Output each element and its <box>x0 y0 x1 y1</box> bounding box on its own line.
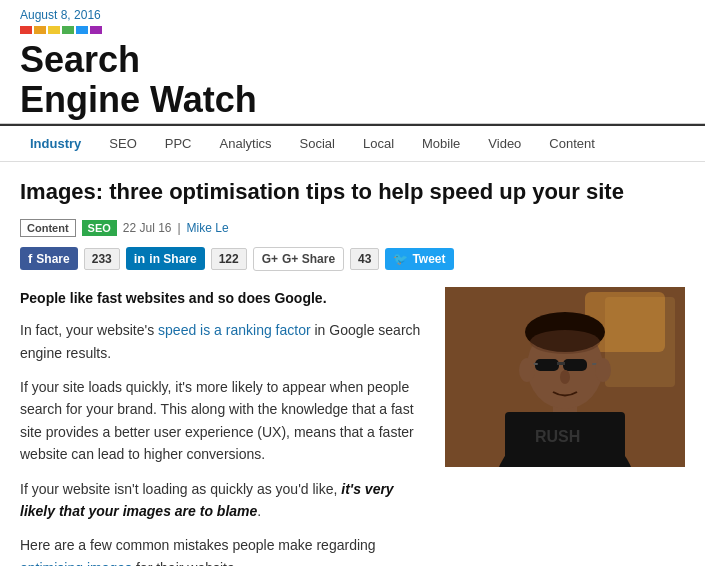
gplus-count: 43 <box>350 248 379 270</box>
article-image: RUSH <box>445 287 685 566</box>
article-author[interactable]: Mike Le <box>187 221 229 235</box>
article-para3: If your website isn't loading as quickly… <box>20 478 429 523</box>
article-meta: Content SEO 22 Jul 16 | Mike Le <box>20 219 685 237</box>
gplus-icon: G+ <box>262 252 278 266</box>
article-body: People like fast websites and so does Go… <box>20 287 685 566</box>
color-block-6 <box>90 26 102 34</box>
nav-item-local[interactable]: Local <box>349 126 408 161</box>
para1-link[interactable]: speed is a ranking factor <box>158 322 311 338</box>
article-para4: Here are a few common mistakes people ma… <box>20 534 429 566</box>
article-text: People like fast websites and so does Go… <box>20 287 429 566</box>
para1-pre: In fact, your website's <box>20 322 158 338</box>
nav-item-content[interactable]: Content <box>535 126 609 161</box>
nav-item-mobile[interactable]: Mobile <box>408 126 474 161</box>
para4-post: for their website. <box>132 560 239 566</box>
twitter-icon: 🐦 <box>393 252 408 266</box>
facebook-share-label: Share <box>36 252 69 266</box>
nav-item-industry[interactable]: Industry <box>16 126 95 161</box>
nav-item-analytics[interactable]: Analytics <box>206 126 286 161</box>
svg-point-17 <box>519 358 535 382</box>
svg-rect-10 <box>563 359 587 371</box>
nav-item-seo[interactable]: SEO <box>95 126 150 161</box>
color-block-2 <box>34 26 46 34</box>
svg-rect-9 <box>535 359 559 371</box>
nav-item-social[interactable]: Social <box>286 126 349 161</box>
article-para2: If your site loads quickly, it's more li… <box>20 376 429 466</box>
twitter-share-label: Tweet <box>412 252 445 266</box>
para3-post: . <box>257 503 261 519</box>
para4-link[interactable]: optimising images <box>20 560 132 566</box>
svg-point-14 <box>560 370 570 384</box>
article-para1: In fact, your website's speed is a ranki… <box>20 319 429 364</box>
nav-item-video[interactable]: Video <box>474 126 535 161</box>
facebook-count: 233 <box>84 248 120 270</box>
article-photo-svg: RUSH <box>445 287 685 467</box>
site-title: Search Engine Watch <box>20 40 685 119</box>
gplus-share-label: G+ Share <box>282 252 335 266</box>
para3-pre: If your website isn't loading as quickly… <box>20 481 341 497</box>
article-date: 22 Jul 16 <box>123 221 172 235</box>
site-header: August 8, 2016 Search Engine Watch <box>0 0 705 124</box>
color-block-5 <box>76 26 88 34</box>
svg-rect-11 <box>557 362 565 365</box>
article-photo: RUSH <box>445 287 685 467</box>
article-title: Images: three optimisation tips to help … <box>20 178 685 207</box>
facebook-icon: f <box>28 251 32 266</box>
meta-separator: | <box>177 221 180 235</box>
linkedin-icon: in <box>134 251 146 266</box>
tag-content: Content <box>20 219 76 237</box>
color-block-3 <box>48 26 60 34</box>
gplus-share-button[interactable]: G+ G+ Share <box>253 247 344 271</box>
color-block-4 <box>62 26 74 34</box>
color-bar <box>20 26 685 34</box>
tag-seo: SEO <box>82 220 117 236</box>
social-share-bar: f Share 233 in in Share 122 G+ G+ Share … <box>20 247 685 271</box>
twitter-share-button[interactable]: 🐦 Tweet <box>385 248 453 270</box>
svg-text:RUSH: RUSH <box>535 428 580 445</box>
date-display: August 8, 2016 <box>20 8 685 22</box>
nav-item-ppc[interactable]: PPC <box>151 126 206 161</box>
color-block-1 <box>20 26 32 34</box>
article-bold-intro: People like fast websites and so does Go… <box>20 287 429 309</box>
linkedin-share-label: in Share <box>149 252 196 266</box>
facebook-share-button[interactable]: f Share <box>20 247 78 270</box>
linkedin-share-button[interactable]: in in Share <box>126 247 205 270</box>
para4-pre: Here are a few common mistakes people ma… <box>20 537 376 553</box>
main-nav: Industry SEO PPC Analytics Social Local … <box>0 124 705 162</box>
article-content: Images: three optimisation tips to help … <box>0 162 705 566</box>
svg-point-8 <box>530 330 600 354</box>
linkedin-count: 122 <box>211 248 247 270</box>
svg-point-18 <box>595 358 611 382</box>
